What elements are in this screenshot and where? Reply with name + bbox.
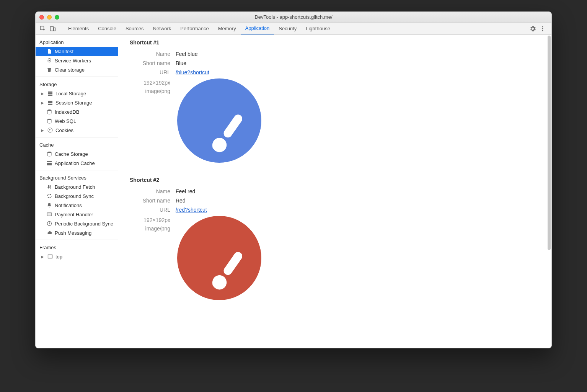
field-label-url: URL [130, 69, 176, 75]
tab-performance[interactable]: Performance [176, 23, 213, 34]
device-toolbar-icon[interactable] [49, 24, 57, 33]
sidebar-item-label: Session Storage [55, 100, 92, 106]
group-frames: Frames [36, 242, 118, 252]
sidebar-item-label: Cache Storage [55, 151, 88, 157]
sidebar-item-bg-fetch[interactable]: Background Fetch [36, 182, 118, 191]
sidebar-item-push[interactable]: Push Messaging [36, 228, 118, 237]
card-icon [46, 211, 52, 217]
icon-mime: image/png [130, 224, 170, 233]
inspect-element-icon[interactable] [39, 24, 47, 33]
tab-network[interactable]: Network [148, 23, 176, 34]
svg-rect-27 [222, 113, 244, 139]
field-label-name: Name [130, 51, 176, 57]
brush-icon [209, 112, 251, 154]
maximize-icon[interactable] [55, 15, 59, 20]
svg-point-14 [47, 119, 51, 120]
svg-point-16 [49, 129, 50, 130]
close-icon[interactable] [39, 15, 44, 20]
shortcut-heading: Shortcut #2 [130, 177, 540, 183]
svg-rect-20 [47, 161, 52, 162]
shortcut-url-link[interactable]: /red?shortcut [176, 207, 207, 213]
titlebar: DevTools - app-shortcuts.glitch.me/ [36, 12, 551, 23]
svg-point-17 [51, 129, 51, 130]
sidebar-item-bg-sync[interactable]: Background Sync [36, 191, 118, 201]
sidebar-item-cookies[interactable]: ▶ Cookies [36, 126, 118, 135]
icon-mime: image/png [130, 87, 170, 95]
sidebar-item-payment[interactable]: Payment Handler [36, 210, 118, 219]
sidebar-item-label: Push Messaging [55, 230, 91, 236]
svg-rect-26 [48, 255, 52, 258]
sidebar-item-application-cache[interactable]: Application Cache [36, 158, 118, 168]
sidebar-item-top-frame[interactable]: ▶ top [36, 252, 118, 261]
gear-icon[interactable] [528, 24, 537, 33]
svg-rect-9 [48, 95, 52, 96]
tab-memory[interactable]: Memory [214, 23, 241, 34]
svg-point-3 [542, 26, 543, 27]
tab-console[interactable]: Console [93, 23, 121, 34]
svg-point-15 [48, 128, 52, 132]
field-label-short-name: Short name [130, 198, 176, 204]
application-sidebar: Application Manifest Service Workers Cle… [36, 35, 118, 348]
icon-size: 192×192px [130, 216, 170, 224]
svg-point-13 [47, 109, 51, 111]
shortcut-url-link[interactable]: /blue?shortcut [176, 69, 209, 75]
sidebar-item-label: Notifications [55, 203, 82, 208]
shortcut-icon-preview [177, 78, 261, 163]
svg-point-6 [49, 60, 50, 61]
body: Application Manifest Service Workers Cle… [36, 35, 551, 348]
chevron-right-icon: ▶ [41, 128, 45, 132]
bell-icon [46, 202, 52, 208]
group-storage: Storage [36, 79, 118, 89]
sidebar-item-local-storage[interactable]: ▶ Local Storage [36, 89, 118, 98]
svg-rect-8 [48, 93, 52, 94]
sidebar-item-clear-storage[interactable]: Clear storage [36, 65, 118, 74]
field-label-short-name: Short name [130, 60, 176, 66]
sidebar-item-label: Payment Handler [55, 212, 93, 217]
sidebar-item-indexeddb[interactable]: IndexedDB [36, 107, 118, 116]
sidebar-item-manifest[interactable]: Manifest [36, 47, 118, 56]
tab-sources[interactable]: Sources [121, 23, 148, 34]
table-icon [47, 90, 53, 96]
tab-lighthouse[interactable]: Lighthouse [301, 23, 335, 34]
sidebar-item-label: IndexedDB [55, 109, 79, 115]
sidebar-item-websql[interactable]: Web SQL [36, 116, 118, 126]
chevron-right-icon: ▶ [41, 91, 45, 96]
tab-application[interactable]: Application [241, 23, 274, 34]
sidebar-item-label: Periodic Background Sync [55, 221, 113, 227]
sidebar-item-service-workers[interactable]: Service Workers [36, 56, 118, 65]
svg-rect-23 [47, 213, 52, 216]
database-icon [46, 109, 52, 115]
field-value-name: Feel red [176, 188, 195, 194]
brush-icon [209, 250, 251, 292]
window-title: DevTools - app-shortcuts.glitch.me/ [36, 14, 551, 20]
traffic-lights [39, 15, 59, 20]
svg-rect-7 [48, 91, 52, 93]
sidebar-item-label: Web SQL [55, 118, 76, 124]
shortcut-icon-preview [177, 216, 261, 300]
icon-meta: 192×192px image/png [130, 216, 176, 233]
minimize-icon[interactable] [47, 15, 52, 20]
sidebar-item-label: Application Cache [55, 160, 95, 166]
icon-meta: 192×192px image/png [130, 78, 176, 96]
sidebar-item-notifications[interactable]: Notifications [36, 201, 118, 210]
sidebar-item-periodic-sync[interactable]: Periodic Background Sync [36, 219, 118, 228]
sync-icon [46, 193, 52, 199]
cloud-icon [46, 230, 52, 236]
database-icon [46, 151, 52, 157]
tab-security[interactable]: Security [274, 23, 301, 34]
more-icon[interactable] [538, 24, 547, 33]
manifest-pane: Shortcut #1 Name Feel blue Short name Bl… [118, 35, 551, 348]
svg-point-19 [47, 152, 51, 153]
group-background-services: Background Services [36, 173, 118, 182]
sidebar-item-label: Clear storage [55, 67, 85, 73]
sidebar-item-cache-storage[interactable]: Cache Storage [36, 149, 118, 158]
separator [61, 25, 61, 32]
svg-point-18 [49, 131, 50, 131]
tab-elements[interactable]: Elements [64, 23, 93, 34]
svg-point-4 [542, 28, 543, 29]
database-icon [46, 118, 52, 124]
table-icon [46, 160, 52, 166]
sidebar-item-session-storage[interactable]: ▶ Session Storage [36, 98, 118, 107]
scrollbar[interactable] [548, 36, 551, 250]
chevron-right-icon: ▶ [41, 255, 45, 259]
